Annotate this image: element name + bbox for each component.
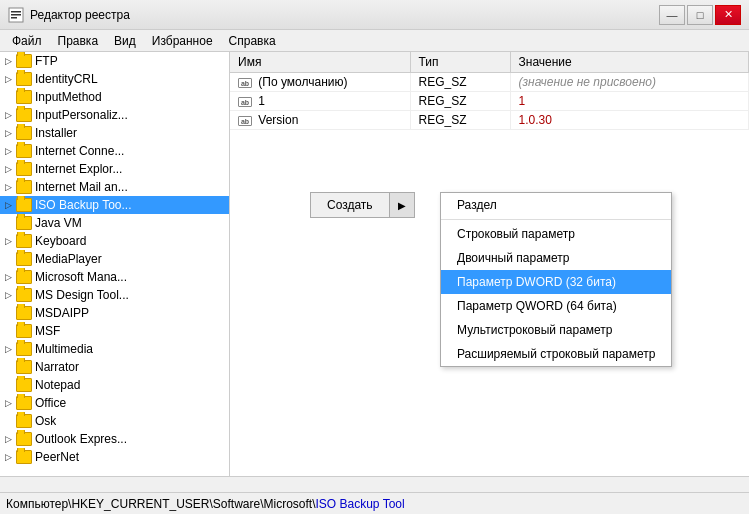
table-row[interactable]: ab Version REG_SZ 1.0.30 [230, 111, 749, 130]
expand-icon [0, 413, 16, 429]
folder-icon [16, 360, 32, 374]
svg-rect-2 [11, 14, 21, 16]
tree-item-inputmethod[interactable]: InputMethod [0, 88, 229, 106]
menu-edit[interactable]: Правка [50, 32, 107, 50]
type-icon: ab [238, 116, 252, 126]
tree-item-javavm[interactable]: Java VM [0, 214, 229, 232]
maximize-button[interactable]: □ [687, 5, 713, 25]
tree-label: Osk [35, 414, 56, 428]
tree-item-internetconn[interactable]: ▷ Internet Conne... [0, 142, 229, 160]
tree-item-internetmail[interactable]: ▷ Internet Mail an... [0, 178, 229, 196]
tree-item-osk[interactable]: Osk [0, 412, 229, 430]
expand-icon [0, 215, 16, 231]
tree-item-internetexp[interactable]: ▷ Internet Explor... [0, 160, 229, 178]
registry-table: Имя Тип Значение ab (По умолчанию) REG_S… [230, 52, 749, 130]
tree-item-identitycrl[interactable]: ▷ IdentityCRL [0, 70, 229, 88]
tree-label: Multimedia [35, 342, 93, 356]
reg-name: ab 1 [230, 92, 410, 111]
submenu-item-dword[interactable]: Параметр DWORD (32 бита) [441, 270, 671, 294]
expand-icon[interactable]: ▷ [0, 269, 16, 285]
folder-icon [16, 288, 32, 302]
expand-icon[interactable]: ▷ [0, 143, 16, 159]
expand-icon[interactable]: ▷ [0, 71, 16, 87]
folder-icon [16, 72, 32, 86]
tree-label: Internet Explor... [35, 162, 122, 176]
tree-label: MediaPlayer [35, 252, 102, 266]
reg-name: ab (По умолчанию) [230, 73, 410, 92]
expand-icon[interactable]: ▷ [0, 431, 16, 447]
expand-icon[interactable]: ▷ [0, 395, 16, 411]
submenu-item-razdel[interactable]: Раздел [441, 193, 671, 217]
tree-label: Microsoft Mana... [35, 270, 127, 284]
close-button[interactable]: ✕ [715, 5, 741, 25]
tree-label: Office [35, 396, 66, 410]
tree-item-installer[interactable]: ▷ Installer [0, 124, 229, 142]
submenu-item-binary[interactable]: Двоичный параметр [441, 246, 671, 270]
tree-item-msdaipp[interactable]: MSDAIPP [0, 304, 229, 322]
title-bar-controls[interactable]: — □ ✕ [659, 5, 741, 25]
expand-icon[interactable]: ▷ [0, 179, 16, 195]
folder-icon [16, 252, 32, 266]
create-submenu[interactable]: Раздел Строковый параметр Двоичный парам… [440, 192, 672, 367]
expand-icon[interactable]: ▷ [0, 125, 16, 141]
tree-label: InputMethod [35, 90, 102, 104]
table-row[interactable]: ab (По умолчанию) REG_SZ (значение не пр… [230, 73, 749, 92]
expand-icon[interactable]: ▷ [0, 53, 16, 69]
submenu-item-qword[interactable]: Параметр QWORD (64 бита) [441, 294, 671, 318]
folder-icon [16, 378, 32, 392]
submenu-item-multistring[interactable]: Мультистроковый параметр [441, 318, 671, 342]
tree-item-notepad[interactable]: Notepad [0, 376, 229, 394]
tree-item-microsoftmgmt[interactable]: ▷ Microsoft Mana... [0, 268, 229, 286]
tree-item-narrator[interactable]: Narrator [0, 358, 229, 376]
folder-icon [16, 450, 32, 464]
context-menu-overlay: Создать ▶ Раздел Строковый параметр Двои… [310, 192, 415, 218]
submenu-item-expandstring[interactable]: Расширяемый строковый параметр [441, 342, 671, 366]
tree-item-isobackup[interactable]: ▷ ISO Backup Too... [0, 196, 229, 214]
tree-item-outlookexp[interactable]: ▷ Outlook Expres... [0, 430, 229, 448]
tree-item-multimedia[interactable]: ▷ Multimedia [0, 340, 229, 358]
tree-item-inputpersona[interactable]: ▷ InputPersonaliz... [0, 106, 229, 124]
menu-view[interactable]: Вид [106, 32, 144, 50]
tree-item-keyboard[interactable]: ▷ Keyboard [0, 232, 229, 250]
folder-icon [16, 306, 32, 320]
menu-favorites[interactable]: Избранное [144, 32, 221, 50]
expand-icon[interactable]: ▷ [0, 161, 16, 177]
tree-label: Notepad [35, 378, 80, 392]
tree-item-msf[interactable]: MSF [0, 322, 229, 340]
status-path: Компьютер\HKEY_CURRENT_USER\Software\Mic… [6, 497, 405, 511]
expand-icon[interactable]: ▷ [0, 233, 16, 249]
folder-icon [16, 324, 32, 338]
table-row[interactable]: ab 1 REG_SZ 1 [230, 92, 749, 111]
horizontal-scrollbar[interactable] [0, 476, 749, 492]
tree-item-office[interactable]: ▷ Office [0, 394, 229, 412]
reg-type: REG_SZ [410, 92, 510, 111]
reg-value: 1.0.30 [510, 111, 749, 130]
expand-icon[interactable]: ▷ [0, 107, 16, 123]
submenu-item-string[interactable]: Строковый параметр [441, 222, 671, 246]
tree-label: FTP [35, 54, 58, 68]
tree-panel[interactable]: ▷ FTP ▷ IdentityCRL InputMethod ▷ InputP… [0, 52, 230, 476]
tree-label: IdentityCRL [35, 72, 98, 86]
tree-item-mediaplayer[interactable]: MediaPlayer [0, 250, 229, 268]
menu-file[interactable]: Файл [4, 32, 50, 50]
tree-label: MSDAIPP [35, 306, 89, 320]
tree-label: Narrator [35, 360, 79, 374]
expand-icon [0, 89, 16, 105]
create-button[interactable]: Создать ▶ [310, 192, 415, 218]
right-panel[interactable]: Имя Тип Значение ab (По умолчанию) REG_S… [230, 52, 749, 476]
status-bar: Компьютер\HKEY_CURRENT_USER\Software\Mic… [0, 492, 749, 514]
reg-name: ab Version [230, 111, 410, 130]
tree-item-peernet[interactable]: ▷ PeerNet [0, 448, 229, 466]
menu-help[interactable]: Справка [221, 32, 284, 50]
tree-item-ftp[interactable]: ▷ FTP [0, 52, 229, 70]
folder-icon [16, 198, 32, 212]
create-arrow-icon[interactable]: ▶ [389, 193, 414, 217]
tree-item-msdesigntool[interactable]: ▷ MS Design Tool... [0, 286, 229, 304]
expand-icon[interactable]: ▷ [0, 287, 16, 303]
create-button-label[interactable]: Создать [311, 194, 389, 216]
expand-icon[interactable]: ▷ [0, 341, 16, 357]
expand-icon[interactable]: ▷ [0, 449, 16, 465]
expand-icon[interactable]: ▷ [0, 197, 16, 213]
minimize-button[interactable]: — [659, 5, 685, 25]
expand-icon [0, 359, 16, 375]
